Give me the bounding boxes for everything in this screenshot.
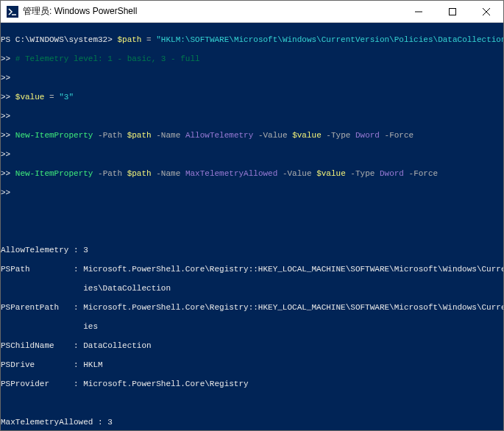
- ps-operator: =: [44, 93, 59, 101]
- titlebar[interactable]: 管理员: Windows PowerShell: [1, 1, 503, 23]
- ps-string: "3": [59, 93, 74, 101]
- ps-variable: $value: [292, 131, 322, 140]
- terminal-line: >> New-ItemProperty -Path $path -Name Al…: [1, 131, 503, 140]
- ps-param: -Type: [322, 131, 355, 140]
- cont-prompt: >>: [1, 93, 10, 101]
- maximize-button[interactable]: [436, 1, 469, 23]
- terminal-line: >>: [1, 112, 503, 121]
- cont-prompt: >>: [1, 131, 10, 140]
- ps-value: MaxTelemetryAllowed: [185, 169, 277, 178]
- prompt: PS C:\WINDOWS\system32>: [1, 35, 113, 44]
- terminal-line: [1, 227, 503, 236]
- ps-param: -Force: [404, 169, 438, 178]
- cont-prompt: >>: [1, 188, 10, 197]
- output-line: PSDrive : HKLM: [1, 360, 503, 370]
- terminal-line: >> # Telemetry level: 1 - basic, 3 - ful…: [1, 54, 503, 64]
- output-line: AllowTelemetry : 3: [1, 246, 503, 255]
- output-line: ies\DataCollection: [1, 284, 503, 293]
- ps-param: -Path: [93, 131, 127, 140]
- powershell-icon: [7, 6, 18, 18]
- ps-variable: $path: [127, 131, 152, 140]
- output-line: PSParentPath : Microsoft.PowerShell.Core…: [1, 303, 503, 313]
- ps-variable: $path: [127, 169, 152, 178]
- output-line: PSChildName : DataCollection: [1, 341, 503, 351]
- terminal-line: PS C:\WINDOWS\system32> $path = "HKLM:\S…: [1, 35, 503, 45]
- window-title: 管理员: Windows PowerShell: [23, 5, 137, 18]
- terminal-area[interactable]: PS C:\WINDOWS\system32> $path = "HKLM:\S…: [1, 23, 503, 430]
- ps-cmdlet: New-ItemProperty: [15, 169, 93, 178]
- ps-value: AllowTelemetry: [185, 131, 253, 140]
- cont-prompt: >>: [1, 54, 10, 63]
- ps-param: -Force: [380, 131, 414, 140]
- ps-variable: $value: [15, 93, 45, 101]
- ps-operator: =: [141, 35, 156, 44]
- terminal-line: >>: [1, 188, 503, 198]
- ps-string: "HKLM:\SOFTWARE\Microsoft\Windows\Curren…: [156, 35, 503, 44]
- output-line: MaxTelemetryAllowed : 3: [1, 418, 503, 427]
- ps-variable: $path: [117, 35, 141, 44]
- ps-value: Dword: [355, 131, 380, 140]
- terminal-line: [1, 207, 503, 217]
- minimize-button[interactable]: [402, 1, 436, 23]
- terminal-line: >> New-ItemProperty -Path $path -Name Ma…: [1, 169, 503, 179]
- terminal-line: [1, 399, 503, 408]
- ps-cmdlet: New-ItemProperty: [15, 131, 93, 140]
- cont-prompt: >>: [1, 112, 10, 121]
- output-line: ies: [1, 322, 503, 332]
- powershell-window: 管理员: Windows PowerShell PS C:\WINDOWS\sy…: [0, 0, 504, 431]
- terminal-line: >> $value = "3": [1, 93, 503, 102]
- ps-comment: # Telemetry level: 1 - basic, 3 - full: [15, 54, 200, 63]
- cont-prompt: >>: [1, 74, 10, 82]
- ps-param: -Name: [152, 169, 185, 178]
- ps-param: -Value: [277, 169, 316, 178]
- svg-rect-2: [450, 8, 456, 15]
- output-line: PSProvider : Microsoft.PowerShell.Core\R…: [1, 380, 503, 389]
- cont-prompt: >>: [1, 169, 10, 178]
- ps-param: -Path: [93, 169, 127, 178]
- output-line: PSPath : Microsoft.PowerShell.Core\Regis…: [1, 265, 503, 274]
- ps-value: Dword: [380, 169, 404, 178]
- ps-variable: $value: [316, 169, 346, 178]
- close-button[interactable]: [469, 1, 503, 23]
- ps-param: -Name: [152, 131, 185, 140]
- ps-param: -Type: [346, 169, 380, 178]
- ps-param: -Value: [253, 131, 292, 140]
- terminal-line: >>: [1, 150, 503, 160]
- terminal-line: >>: [1, 74, 503, 83]
- cont-prompt: >>: [1, 150, 10, 159]
